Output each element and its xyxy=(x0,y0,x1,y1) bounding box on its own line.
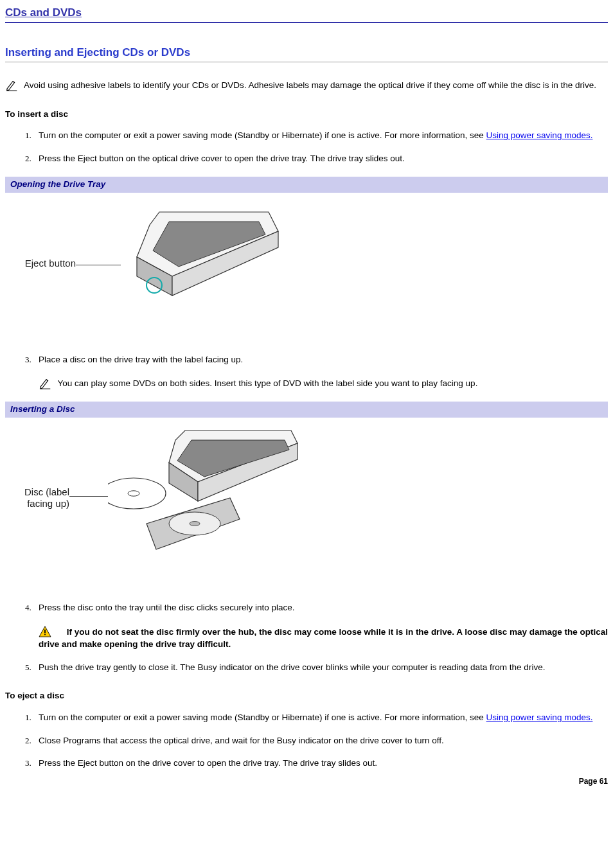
insert-step-2: Press the Eject button on the optical dr… xyxy=(33,152,608,165)
toc-heading[interactable]: CDs and DVDs xyxy=(5,5,608,23)
insert-step-4-warning: If you do not seat the disc firmly over … xyxy=(39,626,608,651)
insert-step-3: Place a disc on the drive tray with the … xyxy=(33,353,608,391)
eject-step-1: Turn on the computer or exit a power sav… xyxy=(33,711,608,724)
svg-point-15 xyxy=(128,491,139,496)
eject-step-3: Press the Eject button on the drive cove… xyxy=(33,757,608,770)
disc-label-line1: Disc (label xyxy=(24,486,69,497)
laptop-illustration xyxy=(121,199,281,328)
insert-step-3-note-text: You can play some DVDs on both sides. In… xyxy=(58,378,478,388)
eject-step-1-text: Turn on the computer or exit a power sav… xyxy=(39,713,486,722)
top-note: Avoid using adhesive labels to identify … xyxy=(5,79,608,92)
callout-line xyxy=(69,496,108,497)
figure-1-caption: Opening the Drive Tray xyxy=(5,177,608,193)
section-heading: Inserting and Ejecting CDs or DVDs xyxy=(5,45,608,62)
page-number: Page 61 xyxy=(5,776,608,787)
disc-label: Disc (label facing up) xyxy=(0,486,69,509)
insert-heading: To insert a disc xyxy=(5,109,608,121)
laptop-disc-illustration xyxy=(108,424,301,572)
figure-2-caption: Inserting a Disc xyxy=(5,402,608,418)
eject-heading: To eject a disc xyxy=(5,690,608,702)
power-saving-modes-link[interactable]: Using power saving modes. xyxy=(486,130,593,140)
insert-step-3-text: Place a disc on the drive tray with the … xyxy=(39,355,243,364)
power-saving-modes-link-2[interactable]: Using power saving modes. xyxy=(486,713,593,722)
eject-step-2: Close Programs that access the optical d… xyxy=(33,734,608,747)
eject-button-label: Eject button xyxy=(0,258,76,269)
pencil-icon xyxy=(5,79,19,92)
insert-step-1: Turn on the computer or exit a power sav… xyxy=(33,129,608,142)
insert-step-1-text: Turn on the computer or exit a power sav… xyxy=(39,130,486,140)
disc-label-line2: facing up) xyxy=(27,498,69,509)
pencil-icon xyxy=(39,377,53,390)
warning-icon xyxy=(39,626,51,637)
insert-step-4-text: Press the disc onto the tray until the d… xyxy=(39,603,294,612)
insert-step-3-note: You can play some DVDs on both sides. In… xyxy=(39,377,608,390)
svg-point-13 xyxy=(190,521,200,526)
callout-line xyxy=(76,265,121,265)
insert-step-5: Push the drive tray gently to close it. … xyxy=(33,661,608,674)
top-note-text: Avoid using adhesive labels to identify … xyxy=(24,80,596,90)
insert-step-4-warning-text: If you do not seat the disc firmly over … xyxy=(39,627,608,650)
insert-step-4: Press the disc onto the tray until the d… xyxy=(33,601,608,651)
figure-opening-drive-tray: Eject button xyxy=(5,199,608,328)
figure-inserting-disc: Disc (label facing up) xyxy=(5,424,608,572)
